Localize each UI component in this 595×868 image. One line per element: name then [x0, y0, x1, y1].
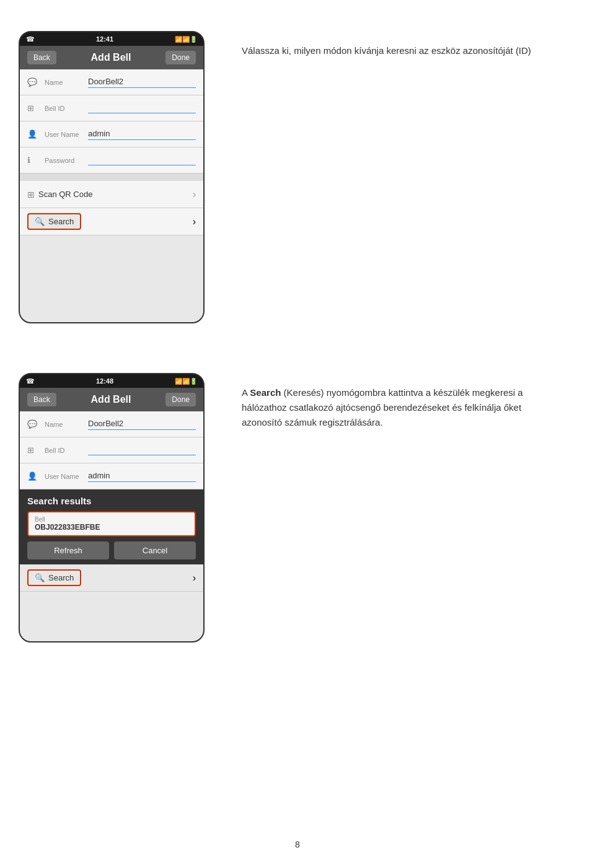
username-icon: 👤	[27, 129, 40, 139]
status-right-icons-1: 📶📶🔋	[175, 36, 197, 43]
search-icon-1: 🔍	[35, 217, 45, 226]
form-section-1: 💬 Name DoorBell2 ⊞ Bell ID 👤 User Name a…	[20, 69, 203, 173]
username-icon-2: 👤	[27, 471, 40, 481]
bellid-icon-2: ⊞	[27, 445, 40, 455]
field-bellid-2: ⊞ Bell ID	[20, 437, 203, 463]
bellid-label: Bell ID	[45, 105, 88, 112]
desc-suffix: (Keresés) nyomógombra kattintva a készül…	[242, 387, 523, 427]
row-2: ☎ 12:48 📶📶🔋 Back Add Bell Done 💬 Name Do…	[0, 354, 595, 661]
status-time-2: 12:48	[96, 377, 113, 385]
field-name-1: 💬 Name DoorBell2	[20, 69, 203, 95]
search-icon-2: 🔍	[35, 573, 45, 582]
scan-qr-row[interactable]: ⊞ Scan QR Code ›	[20, 181, 203, 208]
phone-screenshot-2: ☎ 12:48 📶📶🔋 Back Add Bell Done 💬 Name Do…	[19, 373, 205, 642]
password-value[interactable]	[88, 156, 196, 165]
username-value[interactable]: admin	[88, 129, 196, 140]
status-time-1: 12:41	[96, 35, 113, 43]
phone-screenshot-1: ☎ 12:41 📶📶🔋 Back Add Bell Done 💬 Name Do…	[19, 31, 205, 323]
name-icon: 💬	[27, 77, 40, 87]
username-label-2: User Name	[45, 473, 88, 480]
status-bar-left-icons-2: ☎	[26, 377, 35, 385]
name-value[interactable]: DoorBell2	[88, 77, 196, 88]
status-bar-2: ☎ 12:48 📶📶🔋	[20, 374, 203, 388]
cancel-button[interactable]: Cancel	[114, 541, 196, 559]
back-button-2[interactable]: Back	[27, 393, 56, 406]
search-row-2[interactable]: 🔍 Search ›	[20, 564, 203, 592]
result-item-1[interactable]: Bell OBJ022833EBFBE	[27, 511, 196, 537]
search-label-2: Search	[48, 573, 74, 582]
search-chevron-icon: ›	[193, 216, 196, 227]
search-results-title: Search results	[27, 496, 196, 506]
bellid-value[interactable]	[88, 103, 196, 113]
desc-bold: Search	[250, 387, 281, 398]
page-number: 8	[0, 827, 595, 862]
refresh-button[interactable]: Refresh	[27, 541, 109, 559]
desc-text-2: A Search (Keresés) nyomógombra kattintva…	[242, 385, 564, 430]
header-title-1: Add Bell	[91, 52, 131, 63]
status-bar-left-icons: ☎	[26, 35, 35, 43]
desc-prefix: A	[242, 387, 250, 398]
section-gap-1	[20, 173, 203, 181]
name-label-2: Name	[45, 421, 88, 428]
field-username-1: 👤 User Name admin	[20, 121, 203, 147]
search-row-1[interactable]: 🔍 Search ›	[20, 208, 203, 235]
search-button-1[interactable]: 🔍 Search	[27, 213, 81, 230]
description-1: Válassza ki, milyen módon kívánja keresn…	[223, 31, 583, 71]
name-label: Name	[45, 79, 88, 86]
status-bar-1: ☎ 12:41 📶📶🔋	[20, 32, 203, 46]
row-1: ☎ 12:41 📶📶🔋 Back Add Bell Done 💬 Name Do…	[0, 12, 595, 342]
field-bellid-1: ⊞ Bell ID	[20, 95, 203, 121]
header-title-2: Add Bell	[91, 394, 131, 405]
field-username-2: 👤 User Name admin	[20, 463, 203, 489]
app-header-1: Back Add Bell Done	[20, 46, 203, 69]
bellid-value-2[interactable]	[88, 445, 196, 455]
qr-label: Scan QR Code	[38, 190, 92, 199]
search-results-panel: Search results Bell OBJ022833EBFBE Refre…	[20, 489, 203, 564]
bellid-label-2: Bell ID	[45, 447, 88, 454]
username-value-2[interactable]: admin	[88, 471, 196, 482]
name-icon-2: 💬	[27, 419, 40, 429]
result-actions: Refresh Cancel	[27, 541, 196, 559]
qr-icon: ⊞	[27, 190, 35, 199]
done-button-1[interactable]: Done	[165, 51, 196, 64]
desc-text-1: Válassza ki, milyen módon kívánja keresn…	[242, 43, 564, 58]
name-value-2[interactable]: DoorBell2	[88, 419, 196, 430]
qr-chevron-icon: ›	[193, 189, 196, 200]
result-value-1: OBJ022833EBFBE	[35, 523, 188, 532]
field-password-1: ℹ Password	[20, 147, 203, 173]
password-icon: ℹ	[27, 156, 40, 165]
description-2: A Search (Keresés) nyomógombra kattintva…	[223, 373, 583, 442]
search-button-2[interactable]: 🔍 Search	[27, 569, 81, 586]
mid-spacer	[0, 342, 595, 354]
username-label: User Name	[45, 131, 88, 138]
done-button-2[interactable]: Done	[165, 393, 196, 406]
result-label-1: Bell	[35, 516, 188, 523]
phone-bottom-space-2	[20, 592, 203, 641]
status-right-icons-2: 📶📶🔋	[175, 378, 197, 385]
form-section-2: 💬 Name DoorBell2 ⊞ Bell ID 👤 User Name a…	[20, 411, 203, 489]
search-label-1: Search	[48, 217, 74, 226]
phone-bottom-space-1	[20, 235, 203, 322]
search-chevron-icon-2: ›	[193, 572, 196, 584]
app-header-2: Back Add Bell Done	[20, 388, 203, 411]
password-label: Password	[45, 157, 88, 164]
field-name-2: 💬 Name DoorBell2	[20, 411, 203, 437]
bellid-icon: ⊞	[27, 103, 40, 113]
back-button-1[interactable]: Back	[27, 51, 56, 64]
